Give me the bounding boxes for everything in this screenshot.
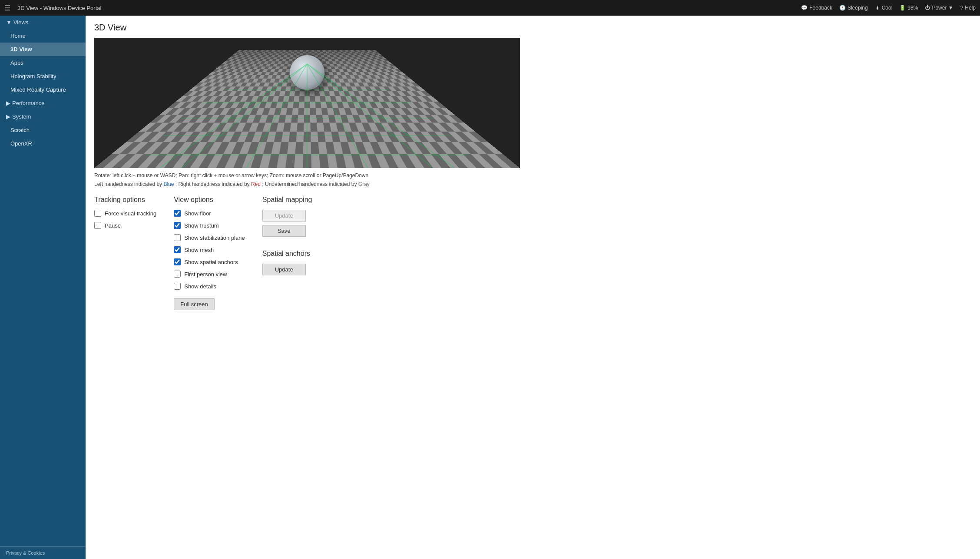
show-stabilization-plane-option: Show stabilization plane xyxy=(174,234,245,241)
content-area: 3D View xyxy=(86,16,980,559)
blue-handedness: Blue xyxy=(163,181,174,187)
pause-checkbox[interactable] xyxy=(94,222,101,229)
sidebar-item-3dview[interactable]: 3D View xyxy=(0,43,86,56)
svg-line-5 xyxy=(159,64,307,168)
view-options-section: View options Show floor Show frustum Sho… xyxy=(174,196,245,310)
performance-section-label: Performance xyxy=(12,100,44,106)
svg-line-0 xyxy=(181,64,307,168)
window-title: 3D View - Windows Device Portal xyxy=(17,5,798,11)
show-stabilization-plane-checkbox[interactable] xyxy=(174,234,181,241)
sidebar-item-scratch[interactable]: Scratch xyxy=(0,123,86,137)
hamburger-icon[interactable]: ☰ xyxy=(4,4,10,12)
red-handedness: Red xyxy=(251,181,261,187)
show-floor-checkbox[interactable] xyxy=(174,210,181,217)
spatial-mapping-section: Spatial mapping Update Save Spatial anch… xyxy=(262,196,341,310)
system-expand-icon: ▶ xyxy=(6,113,10,120)
svg-line-1 xyxy=(246,64,307,168)
power-button[interactable]: ⏻ Power ▼ xyxy=(925,5,953,11)
feedback-button[interactable]: 💬 Feedback xyxy=(801,5,832,11)
show-spatial-anchors-checkbox[interactable] xyxy=(174,258,181,265)
sidebar-collapse-button[interactable]: ◀ xyxy=(85,20,86,32)
handedness-mid1: ; Right handedness indicated by xyxy=(175,181,251,187)
tracking-options-title: Tracking options xyxy=(94,196,156,204)
handedness-prefix: Left handedness indicated by xyxy=(94,181,163,187)
performance-expand-icon: ▶ xyxy=(6,100,10,106)
sidebar-section-system[interactable]: ▶ System xyxy=(0,110,86,123)
show-frustum-checkbox[interactable] xyxy=(174,222,181,229)
show-floor-label[interactable]: Show floor xyxy=(184,210,211,217)
page-title: 3D View xyxy=(94,23,966,33)
temperature-label: Cool xyxy=(882,5,893,11)
gray-handedness: Gray xyxy=(358,181,370,187)
spatial-mapping-update-button[interactable]: Update xyxy=(262,210,306,222)
sidebar-section-performance[interactable]: ▶ Performance xyxy=(0,96,86,110)
sidebar-item-hologram-stability[interactable]: Hologram Stability xyxy=(0,69,86,83)
show-frustum-label[interactable]: Show frustum xyxy=(184,222,219,229)
svg-line-6 xyxy=(307,64,455,168)
show-mesh-label[interactable]: Show mesh xyxy=(184,247,214,253)
options-grid: Tracking options Force visual tracking P… xyxy=(94,196,966,310)
first-person-view-option: First person view xyxy=(174,271,245,278)
views-expand-icon: ▼ xyxy=(6,19,12,26)
power-label: Power ▼ xyxy=(932,5,953,11)
handedness-hint: Left handedness indicated by Blue ; Righ… xyxy=(94,181,966,187)
battery-status[interactable]: 🔋 98% xyxy=(899,5,918,11)
fullscreen-button[interactable]: Full screen xyxy=(174,298,215,310)
view-options-title: View options xyxy=(174,196,245,204)
handedness-mid2: ; Undetermined handedness indicated by xyxy=(262,181,358,187)
temperature-icon: 🌡 xyxy=(875,5,880,11)
force-visual-tracking-label[interactable]: Force visual tracking xyxy=(105,210,156,217)
force-visual-tracking-option: Force visual tracking xyxy=(94,210,156,217)
show-frustum-option: Show frustum xyxy=(174,222,245,229)
feedback-icon: 💬 xyxy=(801,5,808,11)
main-layout: ◀ ▼ Views Home 3D View Apps Hologram Sta… xyxy=(0,16,980,559)
battery-icon: 🔋 xyxy=(899,5,906,11)
battery-label: 98% xyxy=(907,5,918,11)
sidebar-item-home[interactable]: Home xyxy=(0,29,86,43)
show-mesh-option: Show mesh xyxy=(174,246,245,253)
spatial-mesh-overlay xyxy=(94,38,520,168)
power-icon: ⏻ xyxy=(925,5,930,11)
pause-option: Pause xyxy=(94,222,156,229)
show-details-label[interactable]: Show details xyxy=(184,283,216,290)
feedback-label: Feedback xyxy=(809,5,832,11)
temperature-status[interactable]: 🌡 Cool xyxy=(875,5,893,11)
sidebar-item-openxr[interactable]: OpenXR xyxy=(0,137,86,150)
help-icon: ? xyxy=(960,5,963,11)
tracking-options-section: Tracking options Force visual tracking P… xyxy=(94,196,156,310)
pause-label[interactable]: Pause xyxy=(105,222,121,229)
svg-line-4 xyxy=(307,64,433,168)
first-person-view-label[interactable]: First person view xyxy=(184,271,227,278)
views-section-label: Views xyxy=(13,19,28,26)
sidebar-item-apps[interactable]: Apps xyxy=(0,56,86,69)
3d-viewport[interactable] xyxy=(94,38,520,168)
sidebar: ◀ ▼ Views Home 3D View Apps Hologram Sta… xyxy=(0,16,86,559)
show-mesh-checkbox[interactable] xyxy=(174,246,181,253)
show-spatial-anchors-option: Show spatial anchors xyxy=(174,258,245,265)
system-section-label: System xyxy=(12,113,31,120)
show-stabilization-plane-label[interactable]: Show stabilization plane xyxy=(184,235,245,241)
first-person-view-checkbox[interactable] xyxy=(174,271,181,278)
help-label: Help xyxy=(965,5,976,11)
force-visual-tracking-checkbox[interactable] xyxy=(94,210,101,217)
status-bar: 💬 Feedback 🕐 Sleeping 🌡 Cool 🔋 98% ⏻ Pow… xyxy=(801,5,976,11)
sidebar-item-mixed-reality-capture[interactable]: Mixed Reality Capture xyxy=(0,83,86,96)
spatial-mapping-title: Spatial mapping xyxy=(262,196,341,204)
sleeping-icon: 🕐 xyxy=(839,5,846,11)
sleeping-label: Sleeping xyxy=(848,5,868,11)
help-button[interactable]: ? Help xyxy=(960,5,976,11)
privacy-cookies-link[interactable]: Privacy & Cookies xyxy=(0,546,86,559)
show-floor-option: Show floor xyxy=(174,210,245,217)
show-details-option: Show details xyxy=(174,283,245,290)
sidebar-section-views[interactable]: ▼ Views xyxy=(0,16,86,29)
spatial-mapping-save-button[interactable]: Save xyxy=(262,225,306,237)
titlebar: ☰ 3D View - Windows Device Portal 💬 Feed… xyxy=(0,0,980,16)
show-details-checkbox[interactable] xyxy=(174,283,181,290)
rotate-hint: Rotate: left click + mouse or WASD; Pan:… xyxy=(94,172,966,179)
svg-line-3 xyxy=(307,64,368,168)
spatial-anchors-title: Spatial anchors xyxy=(262,250,341,258)
spatial-anchors-update-button[interactable]: Update xyxy=(262,264,306,275)
viewport-canvas xyxy=(94,38,520,168)
show-spatial-anchors-label[interactable]: Show spatial anchors xyxy=(184,259,238,265)
sleeping-status[interactable]: 🕐 Sleeping xyxy=(839,5,868,11)
